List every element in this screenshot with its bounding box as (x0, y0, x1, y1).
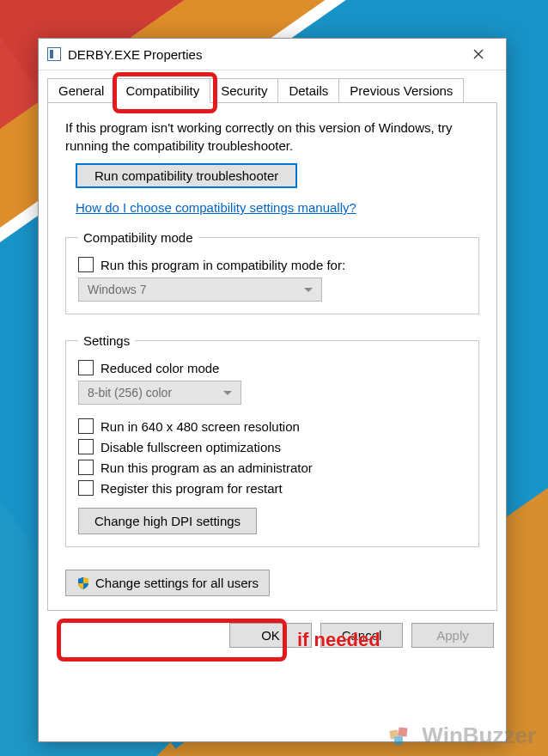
change-dpi-button[interactable]: Change high DPI settings (78, 508, 257, 534)
apply-button: Apply (411, 623, 494, 648)
run-640-checkbox[interactable]: Run in 640 x 480 screen resolution (78, 418, 466, 434)
tab-details[interactable]: Details (277, 78, 339, 103)
change-all-users-label: Change settings for all users (95, 576, 259, 590)
tab-general[interactable]: General (47, 78, 115, 103)
close-icon (473, 49, 484, 59)
tab-previous-versions[interactable]: Previous Versions (338, 78, 464, 103)
disable-fullscreen-checkbox[interactable]: Disable fullscreen optimizations (78, 439, 466, 454)
checkbox-icon (78, 257, 94, 272)
titlebar: DERBY.EXE Properties (39, 39, 506, 70)
chevron-down-icon (304, 288, 313, 292)
intro-text: If this program isn't working correctly … (65, 119, 479, 155)
compat-mode-legend: Compatibility mode (78, 230, 198, 245)
checkbox-icon (78, 460, 94, 475)
annotation-text: if needed (297, 629, 381, 651)
settings-group: Settings Reduced color mode 8-bit (256) … (65, 333, 479, 547)
register-restart-checkbox[interactable]: Register this program for restart (78, 480, 466, 496)
run-640-label: Run in 640 x 480 screen resolution (100, 419, 300, 434)
tab-compatibility[interactable]: Compatibility (114, 78, 210, 103)
checkbox-icon (78, 418, 94, 434)
color-mode-select: 8-bit (256) color (78, 381, 241, 405)
compatibility-panel: If this program isn't working correctly … (47, 102, 497, 611)
window-title: DERBY.EXE Properties (68, 47, 460, 62)
compat-mode-checkbox-row[interactable]: Run this program in compatibility mode f… (78, 257, 466, 272)
watermark-text: WinBuzzer (422, 722, 536, 748)
watermark-logo-icon (388, 725, 412, 749)
tab-security[interactable]: Security (210, 78, 278, 103)
compat-os-value: Windows 7 (88, 283, 146, 296)
disable-fullscreen-label: Disable fullscreen optimizations (100, 440, 281, 454)
compat-os-select: Windows 7 (78, 277, 322, 302)
chevron-down-icon (223, 391, 232, 395)
dialog-body: General Compatibility Security Details P… (39, 70, 506, 660)
properties-dialog: DERBY.EXE Properties General Compatibili… (38, 38, 507, 742)
checkbox-icon (78, 480, 94, 496)
help-link[interactable]: How do I choose compatibility settings m… (76, 200, 356, 215)
close-button[interactable] (460, 41, 497, 67)
reduced-color-checkbox[interactable]: Reduced color mode (78, 360, 466, 375)
compatibility-mode-group: Compatibility mode Run this program in c… (65, 230, 479, 314)
run-admin-checkbox[interactable]: Run this program as an administrator (78, 460, 466, 475)
color-mode-value: 8-bit (256) color (88, 386, 172, 399)
checkbox-icon (78, 439, 94, 454)
register-restart-label: Register this program for restart (100, 481, 283, 496)
app-icon (47, 47, 61, 61)
dialog-footer: OK Cancel Apply (47, 623, 497, 648)
change-all-users-button[interactable]: Change settings for all users (65, 570, 270, 596)
watermark: WinBuzzer (388, 722, 536, 749)
settings-legend: Settings (78, 333, 135, 348)
run-troubleshooter-button[interactable]: Run compatibility troubleshooter (76, 163, 297, 188)
uac-shield-icon (76, 576, 90, 590)
run-admin-label: Run this program as an administrator (100, 460, 313, 475)
compat-mode-label: Run this program in compatibility mode f… (100, 258, 345, 272)
svg-rect-4 (394, 736, 404, 746)
checkbox-icon (78, 360, 94, 375)
reduced-color-label: Reduced color mode (100, 361, 219, 375)
tab-strip: General Compatibility Security Details P… (47, 78, 497, 103)
svg-rect-3 (399, 728, 408, 737)
